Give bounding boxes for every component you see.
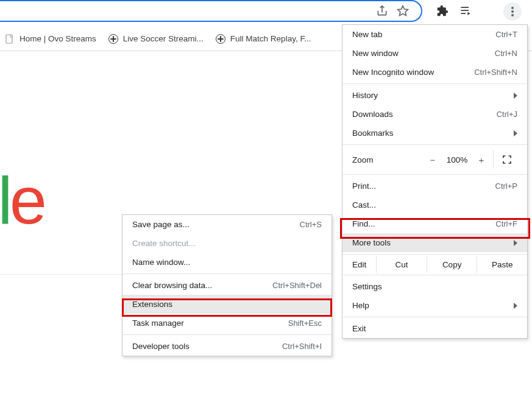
bookmark-label: Full Match Replay, F... [230,34,311,43]
svg-rect-7 [6,35,12,43]
menu-help[interactable]: Help [342,296,527,315]
menu-label: New Incognito window [352,68,434,77]
menu-label: New window [352,49,399,58]
divider [0,274,122,275]
submenu-task-manager[interactable]: Task manager Shift+Esc [122,314,332,333]
bookmark-item[interactable]: Home | Ovo Streams [5,34,96,44]
bookmark-item[interactable]: Live Soccer Streami... [108,34,204,44]
more-tools-submenu: Save page as... Ctrl+S Create shortcut..… [122,214,332,356]
separator [122,273,332,274]
shortcut-text: Ctrl+F [495,219,517,228]
shortcut-text: Ctrl+Shift+Del [272,281,322,290]
bookmark-label: Live Soccer Streami... [123,34,204,43]
soccer-ball-icon [108,34,118,44]
separator [342,254,527,255]
soccer-ball-icon [216,34,225,44]
edit-copy[interactable]: Copy [427,256,477,273]
chrome-main-menu: New tab Ctrl+T New window Ctrl+N New Inc… [342,24,528,339]
menu-label: Downloads [352,110,393,119]
menu-exit[interactable]: Exit [342,319,527,338]
bookmark-item[interactable]: Full Match Replay, F... [216,34,311,44]
svg-marker-0 [398,6,408,16]
bookmark-label: Home | Ovo Streams [20,34,96,43]
menu-label: Create shortcut... [132,239,196,248]
menu-label: Save page as... [132,220,190,229]
shortcut-text: Shift+Esc [288,319,322,328]
address-bar-outline [0,0,422,22]
menu-label: Zoom [352,155,424,164]
google-logo-fragment: gle [0,161,44,239]
menu-label: New tab [352,30,383,39]
menu-label: Help [352,301,369,310]
separator [122,334,332,335]
chevron-right-icon [514,93,517,99]
menu-label: Settings [352,282,382,291]
menu-label: History [352,91,378,100]
svg-point-6 [511,14,514,16]
separator [342,83,527,84]
submenu-clear-browsing-data[interactable]: Clear browsing data... Ctrl+Shift+Del [122,276,332,295]
menu-cast[interactable]: Cast... [342,196,527,214]
menu-settings[interactable]: Settings [342,277,527,296]
page-icon [5,34,15,44]
chevron-right-icon [514,240,517,246]
menu-label: Extensions [132,300,172,309]
chevron-right-icon [514,303,517,309]
zoom-value: 100% [442,155,472,164]
menu-label: Developer tools [132,342,190,351]
fullscreen-button[interactable] [493,150,520,169]
menu-find[interactable]: Find... Ctrl+F [342,214,527,233]
menu-label: More tools [352,238,391,247]
edit-paste[interactable]: Paste [477,256,527,273]
separator [342,275,527,275]
menu-label: Task manager [132,319,184,328]
menu-label: Edit [342,256,376,273]
svg-point-5 [511,10,514,13]
menu-history[interactable]: History [342,86,527,105]
submenu-create-shortcut: Create shortcut... [122,234,332,253]
menu-label: Exit [352,324,366,333]
menu-zoom: Zoom − 100% + [342,147,527,172]
menu-label: Find... [352,219,375,228]
submenu-save-page[interactable]: Save page as... Ctrl+S [122,215,332,234]
menu-label: Bookmarks [352,129,394,138]
share-icon[interactable] [376,5,388,17]
submenu-extensions[interactable]: Extensions [122,295,332,314]
svg-point-4 [511,7,514,9]
menu-edit-row: Edit Cut Copy Paste [342,256,527,273]
menu-bookmarks[interactable]: Bookmarks [342,124,527,143]
submenu-name-window[interactable]: Name window... [122,253,332,272]
separator [342,174,527,175]
shortcut-text: Ctrl+Shift+N [474,68,517,77]
menu-downloads[interactable]: Downloads Ctrl+J [342,105,527,124]
star-icon[interactable] [397,5,409,17]
shortcut-text: Ctrl+T [495,30,517,39]
shortcut-text: Ctrl+S [300,220,322,229]
menu-label: Name window... [132,258,190,267]
chrome-menu-button[interactable] [503,2,522,21]
menu-label: Cast... [352,200,376,210]
submenu-developer-tools[interactable]: Developer tools Ctrl+Shift+I [122,337,332,356]
zoom-out-button[interactable]: − [424,155,442,165]
zoom-in-button[interactable]: + [472,155,491,165]
shortcut-text: Ctrl+N [495,49,517,58]
extensions-puzzle-icon[interactable] [436,5,449,17]
menu-label: Print... [352,182,376,191]
menu-new-tab[interactable]: New tab Ctrl+T [342,25,527,44]
separator [342,144,527,145]
shortcut-text: Ctrl+Shift+I [282,342,322,351]
menu-new-window[interactable]: New window Ctrl+N [342,44,527,63]
menu-label: Clear browsing data... [132,281,212,290]
shortcut-text: Ctrl+J [497,110,517,119]
menu-incognito[interactable]: New Incognito window Ctrl+Shift+N [342,63,527,82]
separator [342,317,527,317]
reading-list-icon[interactable] [459,5,472,17]
chevron-right-icon [514,130,517,136]
shortcut-text: Ctrl+P [495,182,517,191]
menu-more-tools[interactable]: More tools [342,233,527,252]
menu-print[interactable]: Print... Ctrl+P [342,177,527,196]
edit-cut[interactable]: Cut [376,256,427,273]
